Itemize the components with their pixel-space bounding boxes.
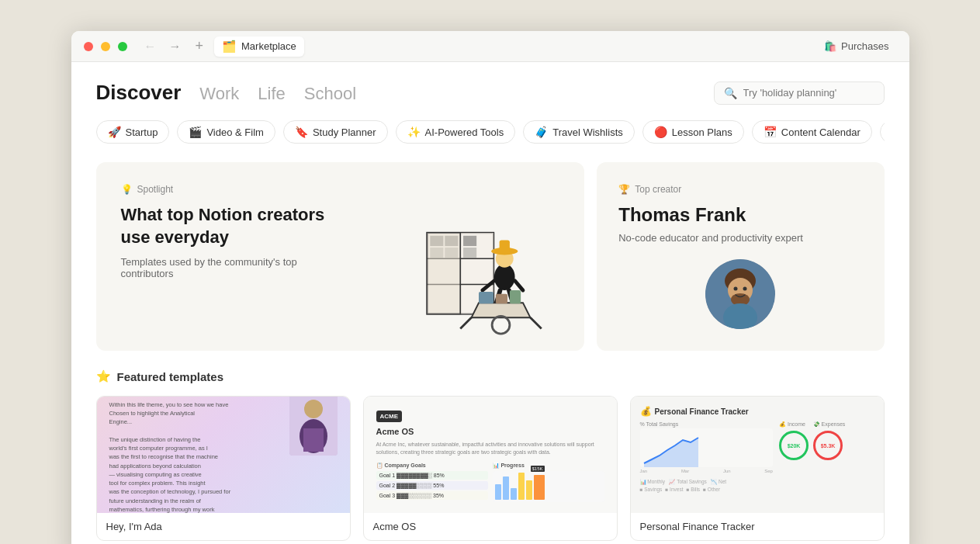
page-content: Discover Work Life School 🔍 🚀 Startup 🎬 …	[71, 62, 909, 544]
top-creator-card[interactable]: 🏆 Top creator Thomas Frank No-code educa…	[597, 162, 884, 351]
browser-nav: ← →	[141, 38, 185, 55]
creator-name: Thomas Frank	[618, 204, 746, 226]
spotlight-label: 💡 Spotlight	[121, 184, 560, 195]
spotlight-illustration	[359, 196, 569, 351]
browser-window: ← → + 🗂️ Marketplace 🛍️ Purchases Discov…	[71, 31, 909, 544]
creator-desc: No-code educator and productivity expert	[618, 232, 803, 244]
pill-lesson-plans[interactable]: 🔴 Lesson Plans	[642, 120, 744, 144]
template-ada[interactable]: 💜 Hey, I'm Ada Within this life theme, y…	[96, 396, 351, 541]
back-arrow-icon[interactable]: ←	[141, 38, 160, 55]
pill-startup-label: Startup	[126, 126, 158, 138]
pill-ai-tools[interactable]: ✨ AI-Powered Tools	[396, 120, 516, 144]
pill-travel-label: Travel Wishlists	[552, 126, 623, 138]
templates-grid: 💜 Hey, I'm Ada Within this life theme, y…	[96, 396, 885, 541]
purchases-icon: 🛍️	[824, 40, 836, 52]
main-nav: Discover Work Life School	[96, 81, 357, 105]
close-btn[interactable]	[84, 42, 93, 51]
search-icon: 🔍	[724, 87, 737, 99]
main-cards-row: 💡 Spotlight What top Notion creators use…	[96, 162, 885, 351]
new-tab-button[interactable]: +	[192, 36, 207, 56]
calendar-icon: 📅	[764, 126, 777, 138]
active-tab[interactable]: 🗂️ Marketplace	[214, 36, 304, 57]
template-acme-label: Acme OS	[364, 513, 617, 540]
tab-bar: 🗂️ Marketplace	[214, 36, 809, 57]
illustration-svg	[363, 203, 565, 351]
nav-life[interactable]: Life	[258, 84, 285, 104]
minimize-btn[interactable]	[101, 42, 110, 51]
pill-video-label: Video & Film	[206, 126, 263, 138]
template-acme-thumb: ACME Acme OS At Acme Inc, whatever susta…	[364, 397, 617, 513]
pill-lesson-label: Lesson Plans	[672, 126, 732, 138]
svg-rect-27	[510, 290, 521, 303]
startup-icon: 🚀	[108, 126, 121, 138]
spotlight-icon: 💡	[121, 184, 133, 195]
page-header: Discover Work Life School 🔍	[96, 81, 885, 105]
svg-rect-9	[463, 236, 476, 246]
browser-toolbar: ← → + 🗂️ Marketplace 🛍️ Purchases	[71, 31, 909, 62]
svg-rect-11	[428, 233, 461, 314]
spotlight-desc: Templates used by the community's top co…	[121, 256, 338, 279]
maximize-btn[interactable]	[118, 42, 127, 51]
pill-travel[interactable]: 🧳 Travel Wishlists	[523, 120, 635, 144]
purchases-button[interactable]: 🛍️ Purchases	[816, 37, 896, 55]
search-input[interactable]	[743, 87, 874, 99]
template-finance-label: Personal Finance Tracker	[631, 513, 884, 540]
pill-study-planner[interactable]: 🔖 Study Planner	[283, 120, 388, 144]
spotlight-card[interactable]: 💡 Spotlight What top Notion creators use…	[96, 162, 585, 351]
featured-section-title: ⭐ Featured templates	[96, 369, 885, 383]
svg-rect-10	[463, 248, 476, 258]
pill-crm[interactable]: 🔷 CRM	[880, 120, 885, 144]
study-icon: 🔖	[295, 126, 308, 138]
svg-point-33	[734, 287, 738, 291]
star-icon: ⭐	[96, 369, 111, 383]
pill-ai-label: AI-Powered Tools	[425, 126, 504, 138]
template-finance[interactable]: 💰 Personal Finance Tracker % Total Savin…	[630, 396, 885, 541]
marketplace-tab-icon: 🗂️	[222, 40, 237, 54]
svg-point-24	[492, 316, 510, 334]
spotlight-title: What top Notion creators use everyday	[121, 204, 338, 248]
svg-point-36	[304, 400, 323, 418]
top-creator-label: 🏆 Top creator	[618, 184, 681, 195]
template-ada-label: Hey, I'm Ada	[97, 513, 350, 540]
template-ada-thumb: 💜 Hey, I'm Ada Within this life theme, y…	[97, 397, 350, 513]
ai-icon: ✨	[407, 126, 421, 138]
video-icon: 🎬	[189, 126, 202, 138]
svg-point-12	[494, 264, 515, 290]
active-tab-label: Marketplace	[241, 40, 296, 52]
trophy-icon: 🏆	[618, 184, 630, 195]
search-box: 🔍	[714, 81, 885, 105]
nav-school[interactable]: School	[304, 84, 356, 104]
lesson-icon: 🔴	[654, 126, 667, 138]
purchases-label: Purchases	[841, 40, 888, 52]
svg-line-23	[531, 317, 542, 328]
svg-line-17	[515, 281, 523, 290]
creator-avatar	[705, 259, 775, 329]
avatar-svg	[705, 259, 775, 329]
pill-startup[interactable]: 🚀 Startup	[96, 120, 170, 144]
acme-logo: ACME	[376, 411, 403, 422]
forward-arrow-icon[interactable]: →	[166, 38, 185, 55]
nav-discover[interactable]: Discover	[96, 81, 182, 105]
pill-video-film[interactable]: 🎬 Video & Film	[177, 120, 275, 144]
nav-work[interactable]: Work	[199, 84, 239, 104]
travel-icon: 🧳	[535, 126, 548, 138]
svg-rect-25	[479, 292, 493, 303]
template-finance-thumb: 💰 Personal Finance Tracker % Total Savin…	[631, 397, 884, 513]
category-pills: 🚀 Startup 🎬 Video & Film 🔖 Study Planner…	[96, 120, 885, 144]
svg-point-34	[743, 287, 747, 291]
pill-study-label: Study Planner	[313, 126, 376, 138]
pill-calendar-label: Content Calendar	[781, 126, 861, 138]
template-acme[interactable]: ACME Acme OS At Acme Inc, whatever susta…	[363, 396, 618, 541]
pill-content-calendar[interactable]: 📅 Content Calendar	[752, 120, 872, 144]
svg-line-22	[460, 317, 471, 328]
svg-rect-15	[500, 241, 510, 254]
svg-rect-38	[303, 428, 324, 452]
svg-rect-26	[496, 294, 507, 303]
